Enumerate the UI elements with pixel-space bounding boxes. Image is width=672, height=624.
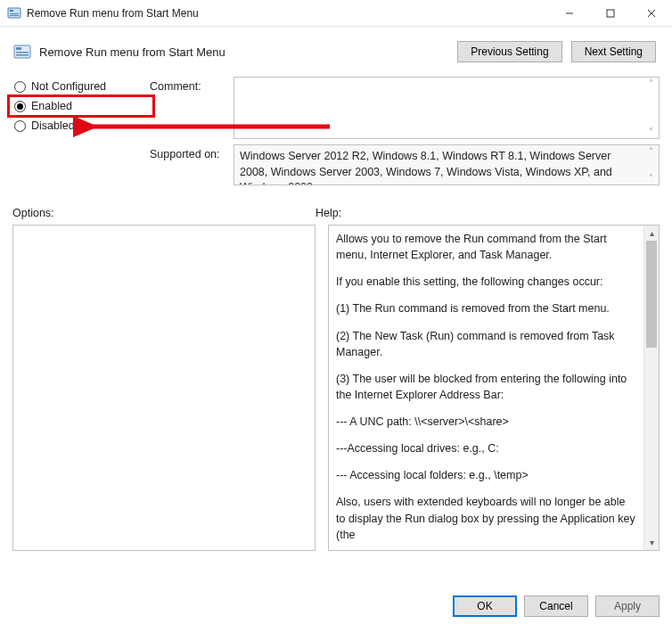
radio-enabled[interactable]: Enabled [12,96,146,116]
cancel-button[interactable]: Cancel [524,595,588,617]
help-panel: Allows you to remove the Run command fro… [328,225,660,551]
svg-rect-5 [607,10,614,17]
help-label: Help: [316,207,660,219]
help-paragraph: (1) The Run command is removed from the … [336,300,636,316]
window-controls [549,0,672,26]
help-paragraph: If you enable this setting, the followin… [336,274,636,290]
window-titlebar: Remove Run menu from Start Menu [0,0,672,27]
radio-circle-icon [14,81,26,93]
radio-not-configured[interactable]: Not Configured [12,77,146,96]
help-paragraph: Also, users with extended keyboards will… [336,494,636,542]
help-paragraph: --- A UNC path: \\<server>\<share> [336,414,636,430]
supported-on-label: Supported on: [150,144,230,160]
options-panel [12,225,316,551]
radio-circle-icon [14,120,26,132]
config-area: Not Configured Enabled Disabled Comment:… [0,68,672,194]
apply-button[interactable]: Apply [595,595,660,617]
setting-title: Remove Run menu from Start Menu [39,45,457,59]
scroll-up-icon[interactable]: ▴ [650,226,654,241]
svg-rect-3 [10,15,19,16]
setting-header: Remove Run menu from Start Menu Previous… [0,27,672,68]
svg-rect-9 [16,47,21,50]
help-paragraph: Allows you to remove the Run command fro… [336,231,636,263]
radio-circle-icon [14,101,26,112]
panel-labels: Options: Help: [0,194,672,221]
help-text: Allows you to remove the Run command fro… [329,226,643,550]
help-paragraph: ---Accessing local drives: e.g., C: [336,440,636,456]
comment-textarea[interactable] [234,78,643,138]
radio-label: Disabled [31,119,75,132]
radio-label: Not Configured [31,80,106,93]
scroll-down-icon[interactable]: ▾ [650,535,654,550]
comment-field[interactable]: ˄˅ [234,77,660,139]
scroll-track[interactable] [644,241,659,535]
ok-button[interactable]: OK [453,595,517,617]
svg-rect-10 [16,52,29,53]
policy-icon [7,6,21,21]
next-setting-button[interactable]: Next Setting [571,41,656,62]
comment-label: Comment: [150,77,230,93]
help-paragraph: (2) The New Task (Run) command is remove… [336,328,636,360]
svg-rect-1 [10,10,13,12]
radio-label: Enabled [31,100,72,112]
supported-on-text: Windows Server 2012 R2, Windows 8.1, Win… [234,145,643,185]
window-title: Remove Run menu from Start Menu [27,7,549,20]
state-radio-group: Not Configured Enabled Disabled [12,77,146,135]
help-scrollbar[interactable]: ▴ ▾ [643,226,659,550]
previous-setting-button[interactable]: Previous Setting [457,41,561,62]
radio-disabled[interactable]: Disabled [12,116,146,135]
help-paragraph: --- Accessing local folders: e.g., \temp… [336,467,636,483]
dialog-footer: OK Cancel Apply [453,595,660,617]
svg-rect-2 [10,13,19,14]
svg-rect-0 [8,8,20,18]
options-label: Options: [12,207,316,219]
close-button[interactable] [631,0,672,26]
policy-icon [12,42,32,62]
scroll-indicator: ˄˅ [643,145,659,185]
help-paragraph: (3) The user will be blocked from enteri… [336,371,636,403]
supported-on-field: Windows Server 2012 R2, Windows 8.1, Win… [234,144,660,185]
maximize-button[interactable] [590,0,631,26]
scroll-indicator: ˄˅ [643,78,659,138]
panels: Allows you to remove the Run command fro… [0,221,672,551]
scroll-thumb[interactable] [646,241,657,348]
minimize-button[interactable] [549,0,590,26]
svg-rect-11 [16,54,29,56]
